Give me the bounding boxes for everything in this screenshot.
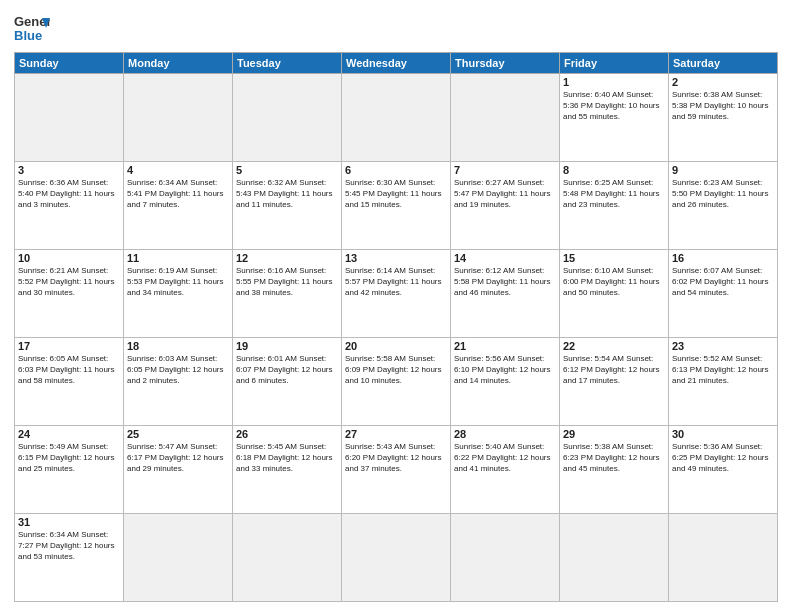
- day-info: Sunrise: 5:40 AM Sunset: 6:22 PM Dayligh…: [454, 441, 556, 475]
- day-cell: 23Sunrise: 5:52 AM Sunset: 6:13 PM Dayli…: [669, 338, 778, 426]
- week-row-3: 17Sunrise: 6:05 AM Sunset: 6:03 PM Dayli…: [15, 338, 778, 426]
- day-number: 4: [127, 164, 229, 176]
- logo-icon: General Blue: [14, 10, 50, 46]
- day-number: 22: [563, 340, 665, 352]
- day-info: Sunrise: 6:40 AM Sunset: 5:36 PM Dayligh…: [563, 89, 665, 123]
- day-number: 30: [672, 428, 774, 440]
- day-info: Sunrise: 5:58 AM Sunset: 6:09 PM Dayligh…: [345, 353, 447, 387]
- day-cell: [124, 74, 233, 162]
- day-number: 27: [345, 428, 447, 440]
- day-info: Sunrise: 6:12 AM Sunset: 5:58 PM Dayligh…: [454, 265, 556, 299]
- day-number: 9: [672, 164, 774, 176]
- day-number: 10: [18, 252, 120, 264]
- day-number: 15: [563, 252, 665, 264]
- day-cell: [560, 514, 669, 602]
- day-cell: 8Sunrise: 6:25 AM Sunset: 5:48 PM Daylig…: [560, 162, 669, 250]
- day-number: 31: [18, 516, 120, 528]
- week-row-0: 1Sunrise: 6:40 AM Sunset: 5:36 PM Daylig…: [15, 74, 778, 162]
- day-number: 19: [236, 340, 338, 352]
- calendar-header-tuesday: Tuesday: [233, 53, 342, 74]
- day-number: 20: [345, 340, 447, 352]
- day-number: 8: [563, 164, 665, 176]
- calendar-header-friday: Friday: [560, 53, 669, 74]
- day-info: Sunrise: 6:27 AM Sunset: 5:47 PM Dayligh…: [454, 177, 556, 211]
- day-cell: 18Sunrise: 6:03 AM Sunset: 6:05 PM Dayli…: [124, 338, 233, 426]
- day-cell: 12Sunrise: 6:16 AM Sunset: 5:55 PM Dayli…: [233, 250, 342, 338]
- day-info: Sunrise: 6:34 AM Sunset: 5:41 PM Dayligh…: [127, 177, 229, 211]
- day-cell: [15, 74, 124, 162]
- day-cell: 13Sunrise: 6:14 AM Sunset: 5:57 PM Dayli…: [342, 250, 451, 338]
- day-info: Sunrise: 6:30 AM Sunset: 5:45 PM Dayligh…: [345, 177, 447, 211]
- calendar-header-monday: Monday: [124, 53, 233, 74]
- day-cell: 30Sunrise: 5:36 AM Sunset: 6:25 PM Dayli…: [669, 426, 778, 514]
- day-info: Sunrise: 6:21 AM Sunset: 5:52 PM Dayligh…: [18, 265, 120, 299]
- day-cell: 7Sunrise: 6:27 AM Sunset: 5:47 PM Daylig…: [451, 162, 560, 250]
- week-row-1: 3Sunrise: 6:36 AM Sunset: 5:40 PM Daylig…: [15, 162, 778, 250]
- day-cell: [124, 514, 233, 602]
- day-cell: 4Sunrise: 6:34 AM Sunset: 5:41 PM Daylig…: [124, 162, 233, 250]
- day-cell: 21Sunrise: 5:56 AM Sunset: 6:10 PM Dayli…: [451, 338, 560, 426]
- day-info: Sunrise: 5:45 AM Sunset: 6:18 PM Dayligh…: [236, 441, 338, 475]
- day-info: Sunrise: 6:05 AM Sunset: 6:03 PM Dayligh…: [18, 353, 120, 387]
- day-number: 18: [127, 340, 229, 352]
- day-info: Sunrise: 6:25 AM Sunset: 5:48 PM Dayligh…: [563, 177, 665, 211]
- day-cell: 11Sunrise: 6:19 AM Sunset: 5:53 PM Dayli…: [124, 250, 233, 338]
- calendar-header-sunday: Sunday: [15, 53, 124, 74]
- day-cell: 5Sunrise: 6:32 AM Sunset: 5:43 PM Daylig…: [233, 162, 342, 250]
- day-cell: 14Sunrise: 6:12 AM Sunset: 5:58 PM Dayli…: [451, 250, 560, 338]
- day-info: Sunrise: 6:16 AM Sunset: 5:55 PM Dayligh…: [236, 265, 338, 299]
- day-number: 1: [563, 76, 665, 88]
- day-cell: 26Sunrise: 5:45 AM Sunset: 6:18 PM Dayli…: [233, 426, 342, 514]
- day-number: 24: [18, 428, 120, 440]
- svg-text:Blue: Blue: [14, 28, 42, 43]
- day-cell: 29Sunrise: 5:38 AM Sunset: 6:23 PM Dayli…: [560, 426, 669, 514]
- day-number: 16: [672, 252, 774, 264]
- day-info: Sunrise: 5:52 AM Sunset: 6:13 PM Dayligh…: [672, 353, 774, 387]
- day-info: Sunrise: 6:10 AM Sunset: 6:00 PM Dayligh…: [563, 265, 665, 299]
- header: General Blue: [14, 10, 778, 46]
- day-info: Sunrise: 6:01 AM Sunset: 6:07 PM Dayligh…: [236, 353, 338, 387]
- week-row-5: 31Sunrise: 6:34 AM Sunset: 7:27 PM Dayli…: [15, 514, 778, 602]
- day-info: Sunrise: 6:03 AM Sunset: 6:05 PM Dayligh…: [127, 353, 229, 387]
- day-cell: [451, 74, 560, 162]
- day-info: Sunrise: 6:32 AM Sunset: 5:43 PM Dayligh…: [236, 177, 338, 211]
- day-number: 23: [672, 340, 774, 352]
- day-info: Sunrise: 6:38 AM Sunset: 5:38 PM Dayligh…: [672, 89, 774, 123]
- day-info: Sunrise: 5:56 AM Sunset: 6:10 PM Dayligh…: [454, 353, 556, 387]
- calendar-header-row: SundayMondayTuesdayWednesdayThursdayFrid…: [15, 53, 778, 74]
- day-number: 25: [127, 428, 229, 440]
- day-number: 3: [18, 164, 120, 176]
- day-number: 26: [236, 428, 338, 440]
- day-cell: 28Sunrise: 5:40 AM Sunset: 6:22 PM Dayli…: [451, 426, 560, 514]
- day-info: Sunrise: 5:47 AM Sunset: 6:17 PM Dayligh…: [127, 441, 229, 475]
- day-number: 11: [127, 252, 229, 264]
- day-cell: [342, 74, 451, 162]
- day-cell: 1Sunrise: 6:40 AM Sunset: 5:36 PM Daylig…: [560, 74, 669, 162]
- day-cell: [233, 74, 342, 162]
- day-cell: 17Sunrise: 6:05 AM Sunset: 6:03 PM Dayli…: [15, 338, 124, 426]
- day-number: 12: [236, 252, 338, 264]
- logo: General Blue: [14, 10, 50, 46]
- day-cell: 24Sunrise: 5:49 AM Sunset: 6:15 PM Dayli…: [15, 426, 124, 514]
- day-number: 13: [345, 252, 447, 264]
- day-number: 17: [18, 340, 120, 352]
- week-row-2: 10Sunrise: 6:21 AM Sunset: 5:52 PM Dayli…: [15, 250, 778, 338]
- day-info: Sunrise: 5:38 AM Sunset: 6:23 PM Dayligh…: [563, 441, 665, 475]
- day-info: Sunrise: 6:19 AM Sunset: 5:53 PM Dayligh…: [127, 265, 229, 299]
- day-info: Sunrise: 5:36 AM Sunset: 6:25 PM Dayligh…: [672, 441, 774, 475]
- day-info: Sunrise: 6:34 AM Sunset: 7:27 PM Dayligh…: [18, 529, 120, 563]
- day-cell: 15Sunrise: 6:10 AM Sunset: 6:00 PM Dayli…: [560, 250, 669, 338]
- day-number: 28: [454, 428, 556, 440]
- day-info: Sunrise: 6:23 AM Sunset: 5:50 PM Dayligh…: [672, 177, 774, 211]
- day-cell: 31Sunrise: 6:34 AM Sunset: 7:27 PM Dayli…: [15, 514, 124, 602]
- day-info: Sunrise: 6:07 AM Sunset: 6:02 PM Dayligh…: [672, 265, 774, 299]
- day-number: 6: [345, 164, 447, 176]
- page: General Blue SundayMondayTuesdayWednesda…: [0, 0, 792, 612]
- day-cell: 3Sunrise: 6:36 AM Sunset: 5:40 PM Daylig…: [15, 162, 124, 250]
- day-number: 5: [236, 164, 338, 176]
- day-number: 2: [672, 76, 774, 88]
- calendar-header-thursday: Thursday: [451, 53, 560, 74]
- day-cell: [233, 514, 342, 602]
- day-cell: 20Sunrise: 5:58 AM Sunset: 6:09 PM Dayli…: [342, 338, 451, 426]
- day-number: 21: [454, 340, 556, 352]
